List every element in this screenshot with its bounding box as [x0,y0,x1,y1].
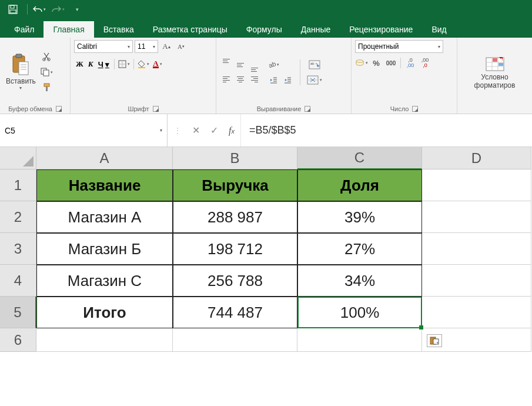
increase-indent-button[interactable] [281,74,294,86]
tab-data[interactable]: Данные [292,21,340,38]
cell[interactable]: 27% [297,233,422,265]
dialog-launcher-icon[interactable] [153,106,159,112]
qat-customize-button[interactable]: ▾ [69,2,85,16]
increase-decimal-button[interactable]: ,0,00 [404,56,417,69]
row-header[interactable]: 5 [0,297,36,328]
align-left-button[interactable] [220,73,233,86]
row-header[interactable]: 1 [0,169,36,201]
font-name-dropdown[interactable]: Calibri▾ [74,40,133,53]
cut-button[interactable] [41,51,53,64]
wrap-text-button[interactable]: ab [306,58,323,71]
svg-rect-13 [44,84,49,86]
paste-label: Вставить [6,77,36,85]
cell[interactable]: 39% [297,201,422,233]
tab-page-layout[interactable]: Разметка страницы [143,21,237,38]
cell[interactable] [422,265,531,297]
decrease-indent-button[interactable] [267,74,280,86]
font-size-dropdown[interactable]: 11▾ [135,40,158,53]
shrink-font-button[interactable]: A▾ [175,40,188,53]
enter-formula-button[interactable]: ✓ [210,125,218,136]
svg-point-32 [356,60,363,62]
cell[interactable]: Название [36,169,173,201]
name-box[interactable]: C5▾ [0,114,168,147]
orientation-button[interactable]: ab▾ [267,58,280,71]
row-header[interactable]: 3 [0,233,36,265]
group-label-clipboard: Буфер обмена [4,104,66,112]
align-right-button[interactable] [248,73,261,86]
cell[interactable] [297,328,422,352]
decrease-decimal-button[interactable]: ,00,0 [419,56,431,69]
cell[interactable]: Магазин Б [36,233,173,265]
align-middle-button[interactable] [234,59,247,72]
align-center-button[interactable] [234,73,247,86]
cell[interactable] [422,201,531,233]
select-all-corner[interactable] [0,147,36,169]
column-header[interactable]: A [36,147,173,169]
format-painter-button[interactable] [41,81,53,94]
ribbon-tabs: Файл Главная Вставка Разметка страницы Ф… [0,19,532,38]
paste-button[interactable]: Вставить ▾ [4,52,38,92]
comma-format-button[interactable]: 000 [384,56,397,69]
cell[interactable] [173,328,297,352]
svg-rect-2 [10,10,16,13]
cell[interactable]: 288 987 [173,201,297,233]
row-header[interactable]: 4 [0,265,36,297]
tab-file[interactable]: Файл [5,21,44,38]
number-format-dropdown[interactable]: Процентный▾ [355,40,443,53]
cell[interactable]: Итого [36,297,173,328]
tab-view[interactable]: Вид [422,21,456,38]
cell[interactable] [422,233,531,265]
cell[interactable] [422,169,531,201]
accounting-format-button[interactable]: ▾ [355,56,368,69]
merge-cells-button[interactable]: ▾ [306,74,323,86]
paste-options-button[interactable]: ▾ [427,334,442,347]
align-top-button[interactable] [220,59,233,72]
column-header[interactable]: D [422,147,531,169]
tab-formulas[interactable]: Формулы [237,21,292,38]
cell[interactable]: 198 712 [173,233,297,265]
borders-button[interactable]: ▾ [118,58,131,71]
tab-insert[interactable]: Вставка [94,21,143,38]
fill-color-button[interactable]: ▾ [137,58,150,71]
italic-button[interactable]: К [86,59,95,69]
dialog-launcher-icon[interactable] [412,106,418,112]
align-bottom-button[interactable] [248,59,261,72]
svg-text:ab: ab [267,61,276,69]
column-header[interactable]: C [297,147,422,169]
dialog-launcher-icon[interactable] [305,106,310,112]
insert-function-button[interactable]: fx [229,125,235,136]
formula-input[interactable]: =B5/$B$5 [240,114,532,147]
caret-icon: ▾ [62,7,65,12]
bold-button[interactable]: Ж [74,59,85,69]
svg-rect-4 [16,54,22,58]
font-color-button[interactable]: A ▾ [151,58,164,71]
cell[interactable]: Магазин С [36,265,173,297]
tab-review[interactable]: Рецензирование [340,21,422,38]
cell[interactable]: Магазин А [36,201,173,233]
cell[interactable]: 744 487 [173,297,297,328]
cell[interactable]: 256 788 [173,265,297,297]
cell[interactable]: Выручка [173,169,297,201]
row-header[interactable]: 6 [0,328,36,352]
caret-icon: ▾ [51,70,53,75]
cell[interactable]: 100% [297,297,422,328]
percent-format-button[interactable]: % [370,56,383,69]
copy-button[interactable]: ▾ [41,66,53,79]
dialog-launcher-icon[interactable] [56,106,62,112]
grow-font-button[interactable]: A▴ [160,40,173,53]
save-button[interactable] [5,2,21,16]
row-header[interactable]: 2 [0,201,36,233]
cond-fmt-label1: Условно [481,73,508,81]
undo-button[interactable]: ▾ [31,2,48,16]
redo-button[interactable]: ▾ [50,2,66,16]
conditional-formatting-button[interactable]: Условно форматиров [472,54,518,91]
cell[interactable] [36,328,173,352]
cell[interactable]: Доля [297,169,422,201]
underline-button[interactable]: Ч▾ [96,60,111,69]
column-header[interactable]: B [173,147,297,169]
svg-rect-38 [493,58,497,62]
cancel-formula-button[interactable]: ✕ [192,125,200,136]
cell[interactable] [422,297,531,328]
tab-home[interactable]: Главная [44,21,93,38]
cell[interactable]: 34% [297,265,422,297]
